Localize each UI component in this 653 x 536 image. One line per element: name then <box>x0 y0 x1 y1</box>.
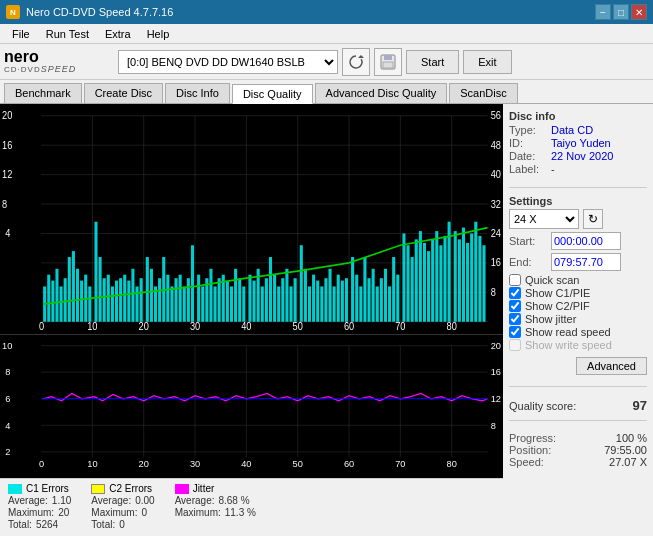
show-read-speed-checkbox[interactable] <box>509 326 521 338</box>
svg-text:16: 16 <box>491 257 502 269</box>
svg-text:16: 16 <box>491 366 501 377</box>
quality-score-value: 97 <box>633 398 647 413</box>
drive-combo[interactable]: [0:0] BENQ DVD DD DW1640 BSLB <box>118 50 338 74</box>
quick-scan-label: Quick scan <box>525 274 579 286</box>
svg-rect-82 <box>304 269 307 322</box>
disc-label-row: Label: - <box>509 163 647 175</box>
svg-rect-74 <box>269 257 272 322</box>
svg-rect-56 <box>191 245 194 322</box>
svg-text:80: 80 <box>447 320 458 332</box>
svg-text:10: 10 <box>87 320 98 332</box>
c2-avg-row: Average: 0.00 <box>91 495 154 506</box>
svg-rect-104 <box>396 275 399 322</box>
svg-rect-38 <box>115 281 118 322</box>
tab-disc-info[interactable]: Disc Info <box>165 83 230 103</box>
svg-rect-46 <box>150 269 153 322</box>
logo-nero: nero <box>4 49 76 65</box>
svg-rect-118 <box>458 239 461 321</box>
tab-create-disc[interactable]: Create Disc <box>84 83 163 103</box>
svg-text:40: 40 <box>491 169 502 181</box>
start-time-field[interactable] <box>551 232 621 250</box>
svg-rect-105 <box>402 233 405 321</box>
show-write-speed-checkbox[interactable] <box>509 339 521 351</box>
bottom-chart-svg: 10 8 6 4 2 20 16 12 8 0 10 20 30 40 50 6… <box>0 335 503 478</box>
show-write-speed-label: Show write speed <box>525 339 612 351</box>
svg-text:12: 12 <box>491 392 501 403</box>
svg-rect-42 <box>131 269 134 322</box>
svg-text:20: 20 <box>491 339 501 350</box>
svg-text:4: 4 <box>5 419 10 430</box>
tab-scan-disc[interactable]: ScanDisc <box>449 83 517 103</box>
show-jitter-checkbox[interactable] <box>509 313 521 325</box>
show-jitter-label: Show jitter <box>525 313 576 325</box>
svg-text:2: 2 <box>5 445 10 456</box>
start-time-row: Start: <box>509 232 647 250</box>
svg-rect-121 <box>470 233 473 321</box>
c2-max-row: Maximum: 0 <box>91 507 154 518</box>
tab-benchmark[interactable]: Benchmark <box>4 83 82 103</box>
menu-run-test[interactable]: Run Test <box>38 27 97 41</box>
menu-file[interactable]: File <box>4 27 38 41</box>
svg-text:20: 20 <box>139 457 149 468</box>
exit-button[interactable]: Exit <box>463 50 511 74</box>
legend-c2: C2 Errors Average: 0.00 Maximum: 0 Total… <box>91 483 154 530</box>
title-bar-controls: − □ ✕ <box>595 4 647 20</box>
svg-rect-123 <box>478 236 481 322</box>
svg-text:50: 50 <box>293 320 304 332</box>
position-row: Position: 79:55.00 <box>509 444 647 456</box>
svg-text:0: 0 <box>39 320 45 332</box>
svg-text:32: 32 <box>491 198 502 210</box>
drive-selector: [0:0] BENQ DVD DD DW1640 BSLB Start Exit <box>118 48 649 76</box>
menu-bar: File Run Test Extra Help <box>0 24 653 44</box>
toolbar: nero CD·DVDSPEED [0:0] BENQ DVD DD DW164… <box>0 44 653 80</box>
svg-rect-44 <box>140 278 143 322</box>
svg-rect-89 <box>333 286 336 321</box>
tab-advanced-disc-quality[interactable]: Advanced Disc Quality <box>315 83 448 103</box>
svg-rect-102 <box>388 286 391 321</box>
disc-type-row: Type: Data CD <box>509 124 647 136</box>
svg-text:48: 48 <box>491 139 502 151</box>
svg-rect-40 <box>123 275 126 322</box>
svg-rect-79 <box>289 286 292 321</box>
svg-rect-62 <box>218 278 221 322</box>
menu-help[interactable]: Help <box>139 27 178 41</box>
show-c1-checkbox[interactable] <box>509 287 521 299</box>
svg-rect-43 <box>136 286 139 321</box>
show-write-speed-row: Show write speed <box>509 339 647 351</box>
jitter-max-row: Maximum: 11.3 % <box>175 507 256 518</box>
svg-rect-35 <box>103 278 106 322</box>
svg-rect-103 <box>392 257 395 322</box>
end-time-field[interactable] <box>551 253 621 271</box>
svg-text:70: 70 <box>395 457 405 468</box>
svg-text:30: 30 <box>190 457 200 468</box>
legend: C1 Errors Average: 1.10 Maximum: 20 Tota… <box>0 478 503 534</box>
minimize-button[interactable]: − <box>595 4 611 20</box>
speed-refresh-button[interactable]: ↻ <box>583 209 603 229</box>
maximize-button[interactable]: □ <box>613 4 629 20</box>
quick-scan-checkbox[interactable] <box>509 274 521 286</box>
svg-rect-85 <box>316 281 319 322</box>
svg-rect-91 <box>341 281 344 322</box>
advanced-button[interactable]: Advanced <box>576 357 647 375</box>
svg-text:40: 40 <box>241 457 251 468</box>
close-button[interactable]: ✕ <box>631 4 647 20</box>
svg-rect-120 <box>466 243 469 322</box>
start-button[interactable]: Start <box>406 50 459 74</box>
disc-info-title: Disc info <box>509 110 647 122</box>
svg-rect-100 <box>380 278 383 322</box>
svg-rect-66 <box>234 269 237 322</box>
svg-rect-117 <box>454 231 457 322</box>
svg-text:10: 10 <box>87 457 97 468</box>
refresh-drive-button[interactable] <box>342 48 370 76</box>
speed-selector[interactable]: 24 X <box>509 209 579 229</box>
svg-rect-73 <box>265 278 268 322</box>
show-c2-checkbox[interactable] <box>509 300 521 312</box>
svg-rect-110 <box>423 243 426 322</box>
save-button[interactable] <box>374 48 402 76</box>
tab-disc-quality[interactable]: Disc Quality <box>232 84 313 104</box>
jitter-color-swatch <box>175 484 189 494</box>
disc-date-row: Date: 22 Nov 2020 <box>509 150 647 162</box>
menu-extra[interactable]: Extra <box>97 27 139 41</box>
svg-rect-67 <box>238 278 241 322</box>
c2-total-row: Total: 0 <box>91 519 154 530</box>
